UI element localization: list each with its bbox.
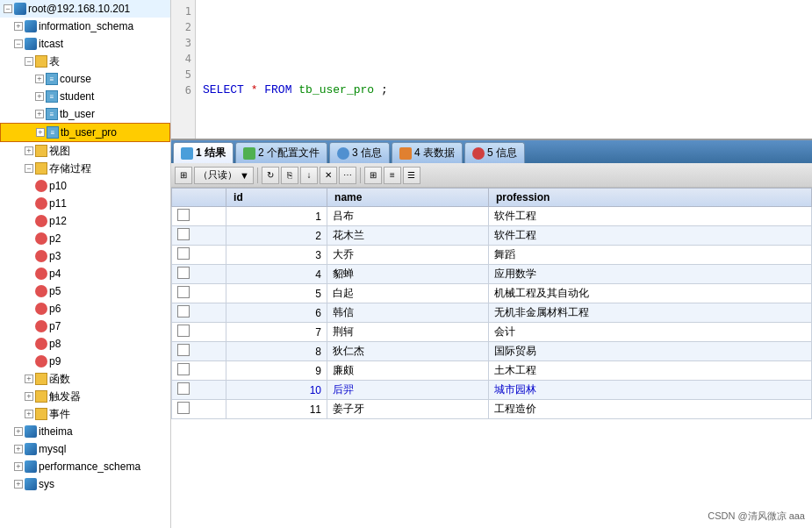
sidebar-item-itcast[interactable]: − itcast bbox=[0, 35, 170, 53]
row-checkbox[interactable] bbox=[177, 209, 190, 221]
expand-icon-views[interactable]: + bbox=[25, 146, 33, 155]
table-row[interactable]: 4貂蝉应用数学 bbox=[172, 265, 812, 284]
table-row[interactable]: 7荆轲会计 bbox=[172, 323, 812, 342]
sidebar-item-information-schema[interactable]: + information_schema bbox=[0, 18, 170, 35]
tab-info2[interactable]: 5 信息 bbox=[464, 142, 525, 163]
sidebar-item-root[interactable]: − root@192.168.10.201 bbox=[0, 0, 170, 18]
sidebar-item-tb-user[interactable]: + ≡ tb_user bbox=[0, 105, 170, 123]
row-checkbox-cell[interactable] bbox=[172, 303, 226, 323]
toolbar-readonly-dropdown[interactable]: （只读） ▼ bbox=[194, 167, 254, 184]
row-checkbox-cell[interactable] bbox=[172, 381, 226, 400]
sql-editor-content[interactable]: SELECT * FROM tb_user_pro ; bbox=[196, 0, 812, 139]
expand-icon-itheima[interactable]: + bbox=[14, 427, 23, 436]
sql-line-3 bbox=[203, 35, 805, 51]
sidebar-item-course[interactable]: + ≡ course bbox=[0, 70, 170, 88]
expand-icon-events[interactable]: + bbox=[25, 410, 33, 418]
expand-icon-student[interactable]: + bbox=[35, 92, 44, 101]
sidebar-item-mysql[interactable]: + mysql bbox=[0, 440, 170, 458]
row-checkbox[interactable] bbox=[177, 286, 190, 298]
sidebar-item-p6[interactable]: p6 bbox=[0, 300, 170, 318]
expand-icon-infoschema[interactable]: + bbox=[14, 22, 23, 31]
sidebar-item-triggers[interactable]: + 触发器 bbox=[0, 388, 170, 405]
expand-icon-mysql[interactable]: + bbox=[14, 445, 23, 453]
table-row[interactable]: 6韩信无机非金属材料工程 bbox=[172, 303, 812, 323]
sidebar-item-p7[interactable]: p7 bbox=[0, 318, 170, 335]
row-checkbox[interactable] bbox=[177, 247, 190, 260]
sidebar-item-perfschema[interactable]: + performance_schema bbox=[0, 458, 170, 475]
row-checkbox-cell[interactable] bbox=[172, 246, 226, 265]
table-row[interactable]: 2花木兰软件工程 bbox=[172, 226, 812, 246]
table-row[interactable]: 3大乔舞蹈 bbox=[172, 246, 812, 265]
toolbar-copy-btn[interactable]: ⎘ bbox=[281, 167, 298, 184]
line-num-1: 1 bbox=[171, 4, 191, 19]
expand-icon-funcs[interactable]: + bbox=[25, 375, 33, 383]
row-checkbox-cell[interactable] bbox=[172, 400, 226, 419]
table-row[interactable]: 11姜子牙工程造价 bbox=[172, 400, 812, 419]
sidebar-item-procedures[interactable]: − 存储过程 bbox=[0, 160, 170, 177]
expand-icon-tbuser[interactable]: + bbox=[35, 110, 44, 118]
col-header-name[interactable]: name bbox=[327, 189, 489, 207]
sidebar-item-p11[interactable]: p11 bbox=[0, 195, 170, 212]
table-row[interactable]: 1吕布软件工程 bbox=[172, 207, 812, 226]
sidebar-item-itheima[interactable]: + itheima bbox=[0, 423, 170, 440]
sidebar-item-p12[interactable]: p12 bbox=[0, 212, 170, 230]
sidebar-item-p8[interactable]: p8 bbox=[0, 335, 170, 353]
sidebar-item-p5[interactable]: p5 bbox=[0, 282, 170, 300]
toolbar-delete-btn[interactable]: ✕ bbox=[320, 167, 337, 184]
expand-icon-root[interactable]: − bbox=[4, 4, 12, 13]
sidebar-item-sys[interactable]: + sys bbox=[0, 475, 170, 493]
sidebar-item-p3[interactable]: p3 bbox=[0, 247, 170, 265]
tab-results[interactable]: 1 结果 bbox=[173, 142, 234, 163]
toolbar-detail-view-btn[interactable]: ☰ bbox=[403, 167, 420, 184]
sidebar-item-student[interactable]: + ≡ student bbox=[0, 88, 170, 105]
row-checkbox[interactable] bbox=[177, 382, 190, 395]
row-checkbox[interactable] bbox=[177, 325, 190, 337]
expand-icon-triggers[interactable]: + bbox=[25, 392, 33, 401]
row-checkbox-cell[interactable] bbox=[172, 226, 226, 246]
row-checkbox[interactable] bbox=[177, 305, 190, 318]
sidebar-item-events[interactable]: + 事件 bbox=[0, 405, 170, 423]
row-checkbox[interactable] bbox=[177, 228, 190, 240]
sidebar-item-tables[interactable]: − 表 bbox=[0, 53, 170, 70]
expand-icon-tables[interactable]: − bbox=[25, 57, 33, 66]
row-checkbox-cell[interactable] bbox=[172, 265, 226, 284]
toolbar-refresh-btn[interactable]: ↻ bbox=[262, 167, 279, 184]
col-header-profession[interactable]: profession bbox=[489, 189, 812, 207]
expand-icon-tbuserpro[interactable]: + bbox=[36, 128, 45, 137]
sidebar-item-p2[interactable]: p2 bbox=[0, 230, 170, 247]
tab-info[interactable]: 3 信息 bbox=[329, 142, 390, 163]
toolbar-list-view-btn[interactable]: ≡ bbox=[384, 167, 401, 184]
row-checkbox-cell[interactable] bbox=[172, 342, 226, 361]
toolbar-grid-view-btn[interactable]: ⊞ bbox=[364, 167, 382, 184]
sidebar-item-funcs[interactable]: + 函数 bbox=[0, 370, 170, 388]
row-checkbox[interactable] bbox=[177, 402, 190, 414]
table-row[interactable]: 5白起机械工程及其自动化 bbox=[172, 284, 812, 303]
row-checkbox[interactable] bbox=[177, 344, 190, 356]
row-checkbox-cell[interactable] bbox=[172, 323, 226, 342]
toolbar-grid-btn[interactable]: ⊞ bbox=[175, 167, 192, 184]
sidebar-item-p10[interactable]: p10 bbox=[0, 177, 170, 195]
row-checkbox-cell[interactable] bbox=[172, 207, 226, 226]
tab-config-files[interactable]: 2 个配置文件 bbox=[235, 142, 327, 163]
sidebar-item-views[interactable]: + 视图 bbox=[0, 142, 170, 160]
expand-icon-perfschema[interactable]: + bbox=[14, 462, 23, 471]
sidebar-item-p9[interactable]: p9 bbox=[0, 353, 170, 370]
row-checkbox-cell[interactable] bbox=[172, 361, 226, 381]
sidebar-item-p4[interactable]: p4 bbox=[0, 265, 170, 282]
table-row[interactable]: 9廉颇土木工程 bbox=[172, 361, 812, 381]
expand-icon-sys[interactable]: + bbox=[14, 480, 23, 489]
col-header-id[interactable]: id bbox=[226, 189, 327, 207]
cell-name: 廉颇 bbox=[327, 361, 489, 381]
expand-icon-course[interactable]: + bbox=[35, 75, 44, 83]
toolbar-more-btn[interactable]: ⋯ bbox=[339, 167, 356, 184]
expand-icon-procs[interactable]: − bbox=[25, 164, 33, 173]
table-row[interactable]: 8狄仁杰国际贸易 bbox=[172, 342, 812, 361]
row-checkbox[interactable] bbox=[177, 267, 190, 279]
expand-icon-itcast[interactable]: − bbox=[14, 39, 23, 48]
sidebar-item-tb-user-pro[interactable]: + ≡ tb_user_pro bbox=[0, 123, 170, 142]
tab-table-data[interactable]: 4 表数据 bbox=[392, 142, 463, 163]
row-checkbox-cell[interactable] bbox=[172, 284, 226, 303]
toolbar-export-btn[interactable]: ↓ bbox=[300, 167, 318, 184]
row-checkbox[interactable] bbox=[177, 363, 190, 375]
table-row[interactable]: 10后羿城市园林 bbox=[172, 381, 812, 400]
